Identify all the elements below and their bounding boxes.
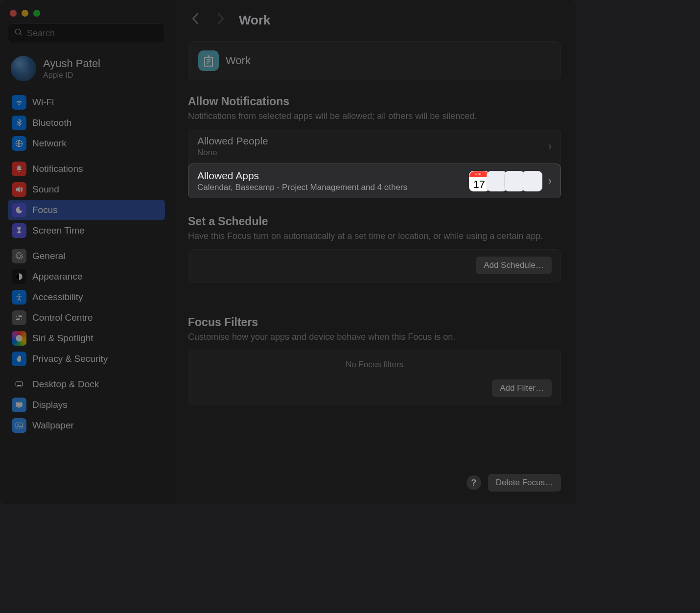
forward-button[interactable] (213, 10, 228, 30)
main-content: Work Work Allow Notifications Notificati… (173, 0, 576, 504)
sidebar-item-network[interactable]: Network (8, 133, 165, 154)
gear-icon (12, 249, 26, 263)
sidebar-item-label: Sound (32, 184, 59, 195)
sidebar-item-wallpaper[interactable]: Wallpaper (8, 415, 165, 436)
focus-banner[interactable]: Work (188, 41, 561, 80)
sidebar-item-label: Notifications (32, 164, 83, 174)
settings-window: Ayush Patel Apple ID Wi-FiBluetoothNetwo… (0, 0, 576, 504)
window-controls (8, 7, 165, 24)
sidebar-item-label: Siri & Spotlight (32, 333, 93, 344)
sidebar-item-label: Focus (32, 205, 58, 215)
sidebar-item-label: General (32, 251, 66, 261)
schedule-section: Set a Schedule Have this Focus turn on a… (188, 215, 561, 299)
footer: ? Delete Focus… (188, 474, 561, 492)
add-filter-button[interactable]: Add Filter… (492, 379, 552, 397)
sidebar-item-label: Privacy & Security (32, 354, 108, 364)
sound-icon (12, 182, 26, 197)
allow-sub: Notifications from selected apps will be… (188, 110, 561, 122)
sidebar-item-privacy-security[interactable]: Privacy & Security (8, 349, 165, 369)
hourglass-icon (12, 223, 26, 238)
allowed-apps-title: Allowed Apps (197, 170, 472, 182)
header: Work (188, 9, 561, 31)
svg-rect-11 (19, 407, 20, 408)
schedule-sub: Have this Focus turn on automatically at… (188, 230, 561, 242)
allowed-people-sub: None (197, 148, 542, 158)
sidebar-item-focus[interactable]: Focus (8, 200, 165, 220)
dock-icon (12, 377, 26, 392)
search-input[interactable] (27, 28, 159, 39)
accessibility-icon (12, 290, 26, 305)
filters-section: Focus Filters Customise how your apps an… (188, 316, 561, 405)
close-window-button[interactable] (10, 10, 17, 17)
sidebar-item-label: Control Centre (32, 312, 93, 323)
svg-point-2 (19, 294, 20, 295)
allow-title: Allow Notifications (188, 95, 561, 108)
schedule-title: Set a Schedule (188, 215, 561, 228)
sidebar-item-displays[interactable]: Displays (8, 395, 165, 415)
sidebar-item-desktop-dock[interactable]: Desktop & Dock (8, 374, 165, 395)
sidebar-item-wi-fi[interactable]: Wi-Fi (8, 92, 165, 113)
siri-icon (12, 331, 26, 346)
svg-point-5 (17, 315, 19, 317)
sidebar-item-notifications[interactable]: Notifications (8, 159, 165, 179)
allow-section: Allow Notifications Notifications from s… (188, 95, 561, 198)
wallpaper-icon (12, 418, 26, 433)
search-field[interactable] (8, 24, 165, 43)
sidebar-item-accessibility[interactable]: Accessibility (8, 287, 165, 307)
work-badge-icon (198, 50, 219, 71)
svg-rect-10 (16, 402, 23, 407)
sidebar-item-label: Wallpaper (32, 420, 74, 431)
sidebar: Ayush Patel Apple ID Wi-FiBluetoothNetwo… (0, 0, 173, 504)
svg-point-6 (20, 318, 22, 320)
bluetooth-icon (12, 116, 26, 130)
sidebar-item-label: Displays (32, 400, 68, 410)
allowed-apps-sub: Calendar, Basecamp - Project Management … (197, 183, 472, 192)
add-schedule-button[interactable]: Add Schedule… (476, 257, 552, 274)
switches-icon (12, 310, 26, 325)
sidebar-item-screen-time[interactable]: Screen Time (8, 220, 165, 241)
app-icon (522, 171, 542, 191)
svg-rect-9 (17, 385, 22, 386)
sidebar-item-control-centre[interactable]: Control Centre (8, 307, 165, 328)
search-icon (14, 28, 23, 39)
sidebar-item-appearance[interactable]: Appearance (8, 266, 165, 287)
page-title: Work (239, 13, 271, 28)
help-button[interactable]: ? (467, 475, 481, 490)
fullscreen-window-button[interactable] (33, 10, 40, 17)
back-button[interactable] (188, 10, 203, 30)
filters-title: Focus Filters (188, 316, 561, 329)
focus-name: Work (226, 54, 251, 67)
account-sub: Apple ID (43, 71, 100, 80)
allowed-apps-row[interactable]: Allowed Apps Calendar, Basecamp - Projec… (188, 164, 561, 198)
svg-point-7 (16, 335, 23, 342)
apple-id-row[interactable]: Ayush Patel Apple ID (8, 54, 165, 92)
svg-point-14 (208, 55, 210, 57)
sidebar-item-general[interactable]: General (8, 246, 165, 266)
filters-sub: Customise how your apps and device behav… (188, 331, 561, 343)
sidebar-item-siri-spotlight[interactable]: Siri & Spotlight (8, 328, 165, 349)
sidebar-item-label: Wi-Fi (32, 97, 54, 108)
network-icon (12, 136, 26, 151)
delete-focus-button[interactable]: Delete Focus… (488, 474, 561, 492)
avatar (11, 56, 36, 81)
sidebar-item-label: Network (32, 138, 67, 149)
display-icon (12, 398, 26, 412)
moon-icon (12, 203, 26, 217)
account-name: Ayush Patel (43, 57, 100, 70)
bell-icon (12, 162, 26, 176)
sidebar-item-sound[interactable]: Sound (8, 179, 165, 200)
sidebar-item-label: Accessibility (32, 292, 83, 303)
chevron-right-icon: › (548, 140, 552, 153)
filters-empty: No Focus filters (188, 350, 560, 373)
contrast-icon (12, 269, 26, 284)
sidebar-item-label: Screen Time (32, 225, 85, 236)
minimize-window-button[interactable] (22, 10, 28, 17)
allowed-people-title: Allowed People (197, 135, 542, 147)
sidebar-item-label: Desktop & Dock (32, 379, 99, 390)
sidebar-item-bluetooth[interactable]: Bluetooth (8, 113, 165, 133)
hand-icon (12, 352, 26, 366)
filters-card: No Focus filters Add Filter… (188, 350, 561, 405)
allowed-people-row[interactable]: Allowed People None › (188, 129, 560, 164)
sidebar-item-label: Bluetooth (32, 118, 71, 128)
sidebar-item-label: Appearance (32, 271, 82, 282)
